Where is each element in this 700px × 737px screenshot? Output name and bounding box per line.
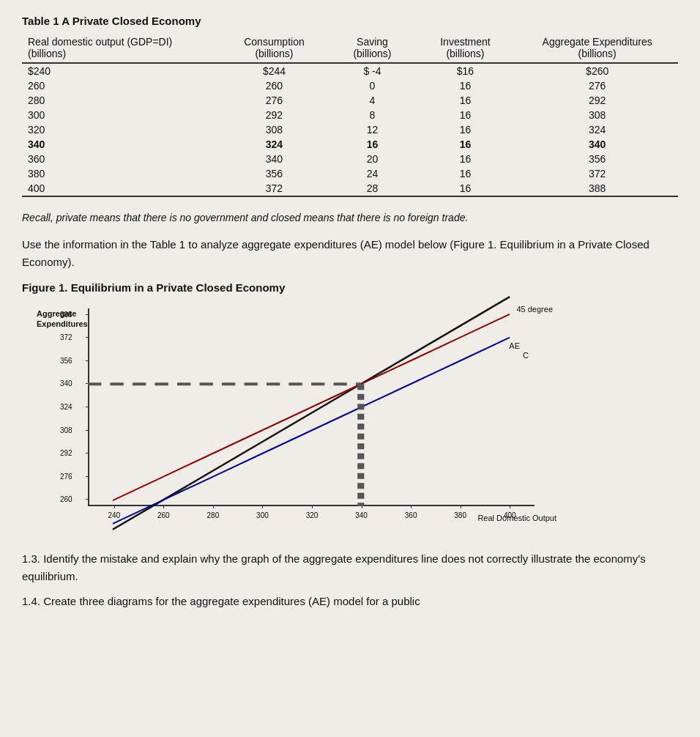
table-consumption-2: 276 — [218, 93, 331, 108]
col4-header: Investment (billions) — [414, 33, 517, 63]
table-consumption-5: 324 — [218, 137, 331, 152]
45-degree-label: 45 degree — [516, 305, 553, 314]
figure-title: Figure 1. Equilibrium in a Private Close… — [22, 281, 678, 294]
table-investment-5: 16 — [414, 137, 517, 152]
italic-note: Recall, private means that there is no g… — [22, 210, 678, 226]
data-table: Real domestic output (GDP=DI) (billions)… — [22, 33, 678, 197]
table-aggregate-7: 372 — [516, 166, 678, 181]
table-consumption-8: 372 — [218, 181, 331, 196]
chart-svg — [88, 308, 535, 506]
ae-label: AE — [509, 341, 520, 350]
table-investment-4: 16 — [414, 122, 517, 137]
table-aggregate-4: 324 — [516, 122, 678, 137]
table-aggregate-3: 308 — [516, 108, 678, 122]
table-gdp-6: 360 — [22, 152, 218, 166]
table-saving-4: 12 — [330, 122, 414, 137]
table-gdp-2: 280 — [22, 93, 218, 108]
table-gdp-0: $240 — [22, 63, 218, 78]
col1-header: Real domestic output (GDP=DI) (billions) — [22, 33, 218, 63]
table-aggregate-2: 292 — [516, 93, 678, 108]
table-investment-6: 16 — [414, 152, 517, 166]
table-investment-7: 16 — [414, 166, 517, 181]
table-consumption-3: 292 — [218, 108, 331, 122]
y-tick-label: 324 — [60, 403, 72, 411]
table-consumption-0: $244 — [218, 63, 331, 78]
y-tick-label: 372 — [60, 333, 72, 341]
table-consumption-6: 340 — [218, 152, 331, 166]
bottom-text: 1.3. Identify the mistake and explain wh… — [22, 550, 678, 585]
table-gdp-7: 380 — [22, 166, 218, 181]
table-consumption-7: 356 — [218, 166, 331, 181]
col5-header: Aggregate Expenditures (billions) — [516, 33, 678, 63]
y-tick-label: 276 — [60, 472, 72, 480]
cut-text: 1.4. Create three diagrams for the aggre… — [22, 593, 678, 610]
table-title: Table 1 A Private Closed Economy — [22, 15, 678, 27]
table-investment-0: $16 — [414, 63, 517, 78]
table-saving-7: 24 — [330, 166, 414, 181]
chart-container: AggregateExpenditures 260276292308324340… — [44, 301, 556, 536]
table-investment-1: 16 — [414, 78, 517, 93]
table-saving-2: 4 — [330, 93, 414, 108]
c-label: C — [523, 351, 529, 360]
table-investment-3: 16 — [414, 108, 517, 122]
table-saving-1: 0 — [330, 78, 414, 93]
table-aggregate-1: 276 — [516, 78, 678, 93]
table-saving-5: 16 — [330, 137, 414, 152]
x-axis-label: Real Domestic Output — [88, 514, 556, 522]
table-aggregate-0: $260 — [516, 63, 678, 78]
table-aggregate-8: 388 — [516, 181, 678, 196]
y-tick-label: 340 — [60, 379, 72, 388]
y-tick-label: 356 — [60, 356, 72, 364]
table-gdp-8: 400 — [22, 181, 218, 196]
col3-header: Saving (billions) — [330, 33, 414, 63]
use-text: Use the information in the Table 1 to an… — [22, 236, 678, 271]
table-saving-3: 8 — [330, 108, 414, 122]
table-gdp-5: 340 — [22, 137, 218, 152]
table-saving-8: 28 — [330, 181, 414, 196]
table-investment-2: 16 — [414, 93, 517, 108]
table-aggregate-6: 356 — [516, 152, 678, 166]
table-saving-0: $ -4 — [330, 63, 414, 78]
table-aggregate-5: 340 — [516, 137, 678, 152]
table-consumption-1: 260 — [218, 78, 331, 93]
table-investment-8: 16 — [414, 181, 517, 196]
y-tick-label: 308 — [60, 426, 72, 434]
table-gdp-1: 260 — [22, 78, 218, 93]
y-tick-label: 388 — [60, 310, 72, 318]
table-gdp-3: 300 — [22, 108, 218, 122]
y-tick-label: 292 — [60, 449, 72, 457]
col2-header: Consumption (billions) — [218, 33, 331, 63]
table-consumption-4: 308 — [218, 122, 331, 137]
y-tick-label: 260 — [60, 495, 72, 503]
table-gdp-4: 320 — [22, 122, 218, 137]
table-saving-6: 20 — [330, 152, 414, 166]
